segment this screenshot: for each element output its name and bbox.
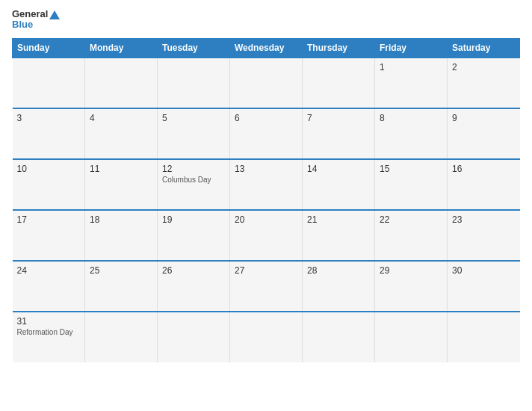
- day-number: 13: [235, 164, 297, 174]
- day-number: 29: [380, 265, 442, 276]
- calendar-cell: 7: [303, 108, 375, 159]
- day-number: 18: [90, 214, 152, 225]
- calendar-cell: [448, 312, 520, 362]
- calendar-cell: [375, 312, 448, 362]
- day-header-tuesday: Tuesday: [158, 38, 230, 58]
- calendar-cell: 1: [375, 58, 448, 108]
- calendar-cell: 22: [375, 210, 448, 261]
- holiday-name: Columbus Day: [162, 176, 225, 184]
- calendar-cell: 12Columbus Day: [158, 159, 230, 210]
- calendar-cell: [85, 312, 158, 362]
- day-number: 8: [380, 113, 442, 123]
- day-number: 28: [307, 265, 370, 276]
- day-number: 10: [17, 164, 81, 174]
- calendar-cell: [303, 58, 375, 108]
- calendar-cell: 5: [158, 108, 230, 159]
- calendar-cell: 19: [158, 210, 230, 261]
- day-number: 24: [17, 265, 81, 276]
- calendar-cell: 16: [448, 159, 520, 210]
- calendar-cell: [230, 58, 303, 108]
- day-number: 26: [162, 265, 225, 276]
- day-number: 1: [380, 62, 442, 72]
- day-number: 5: [162, 113, 225, 123]
- day-header-sunday: Sunday: [13, 38, 85, 58]
- calendar-cell: 3: [13, 108, 85, 159]
- calendar-cell: 26: [158, 261, 230, 312]
- days-of-week-row: SundayMondayTuesdayWednesdayThursdayFrid…: [13, 38, 520, 58]
- calendar-body: 123456789101112Columbus Day1314151617181…: [13, 58, 520, 362]
- day-number: 20: [235, 214, 297, 225]
- calendar-table: SundayMondayTuesdayWednesdayThursdayFrid…: [12, 38, 520, 362]
- calendar-cell: 27: [230, 261, 303, 312]
- calendar-header: SundayMondayTuesdayWednesdayThursdayFrid…: [13, 38, 520, 58]
- calendar-cell: 15: [375, 159, 448, 210]
- calendar-cell: 11: [85, 159, 158, 210]
- calendar-cell: 9: [448, 108, 520, 159]
- day-number: 9: [452, 113, 516, 123]
- week-row-2: 3456789: [13, 108, 520, 159]
- calendar-cell: 30: [448, 261, 520, 312]
- calendar-cell: 18: [85, 210, 158, 261]
- day-number: 11: [90, 164, 152, 174]
- calendar-cell: 21: [303, 210, 375, 261]
- day-header-wednesday: Wednesday: [230, 38, 303, 58]
- calendar-container: General Blue SundayMondayTuesdayWednesda…: [0, 0, 532, 411]
- calendar-cell: 6: [230, 108, 303, 159]
- day-number: 23: [452, 214, 516, 225]
- day-number: 14: [307, 164, 370, 174]
- calendar-cell: 31Reformation Day: [13, 312, 85, 362]
- calendar-cell: 20: [230, 210, 303, 261]
- week-row-1: 12: [13, 58, 520, 108]
- calendar-cell: 13: [230, 159, 303, 210]
- calendar-cell: 4: [85, 108, 158, 159]
- calendar-cell: 23: [448, 210, 520, 261]
- day-number: 7: [307, 113, 370, 123]
- week-row-3: 101112Columbus Day13141516: [13, 159, 520, 210]
- week-row-5: 24252627282930: [13, 261, 520, 312]
- day-number: 17: [17, 214, 81, 225]
- day-number: 27: [235, 265, 297, 276]
- calendar-cell: 28: [303, 261, 375, 312]
- day-number: 31: [17, 316, 81, 327]
- calendar-cell: [158, 312, 230, 362]
- logo-triangle-icon: [49, 10, 60, 19]
- day-number: 30: [452, 265, 516, 276]
- header: General Blue: [12, 9, 520, 31]
- calendar-cell: [230, 312, 303, 362]
- calendar-cell: 14: [303, 159, 375, 210]
- calendar-cell: 10: [13, 159, 85, 210]
- day-header-friday: Friday: [375, 38, 448, 58]
- calendar-cell: [303, 312, 375, 362]
- calendar-cell: 24: [13, 261, 85, 312]
- day-header-monday: Monday: [85, 38, 158, 58]
- logo: General Blue: [12, 9, 60, 31]
- holiday-name: Reformation Day: [17, 328, 81, 336]
- day-number: 16: [452, 164, 516, 174]
- day-number: 22: [380, 214, 442, 225]
- day-number: 25: [90, 265, 152, 276]
- calendar-cell: 29: [375, 261, 448, 312]
- calendar-cell: 25: [85, 261, 158, 312]
- day-number: 19: [162, 214, 225, 225]
- day-number: 21: [307, 214, 370, 225]
- calendar-cell: [85, 58, 158, 108]
- day-number: 12: [162, 164, 225, 174]
- day-header-saturday: Saturday: [448, 38, 520, 58]
- calendar-cell: [158, 58, 230, 108]
- calendar-cell: 2: [448, 58, 520, 108]
- calendar-cell: 17: [13, 210, 85, 261]
- day-number: 2: [452, 62, 516, 72]
- calendar-cell: [13, 58, 85, 108]
- calendar-cell: 8: [375, 108, 448, 159]
- day-header-thursday: Thursday: [303, 38, 375, 58]
- day-number: 4: [90, 113, 152, 123]
- day-number: 15: [380, 164, 442, 174]
- day-number: 6: [235, 113, 297, 123]
- week-row-6: 31Reformation Day: [13, 312, 520, 362]
- day-number: 3: [17, 113, 81, 123]
- logo-blue-text: Blue: [12, 19, 33, 30]
- week-row-4: 17181920212223: [13, 210, 520, 261]
- logo-general-text: General: [12, 9, 60, 19]
